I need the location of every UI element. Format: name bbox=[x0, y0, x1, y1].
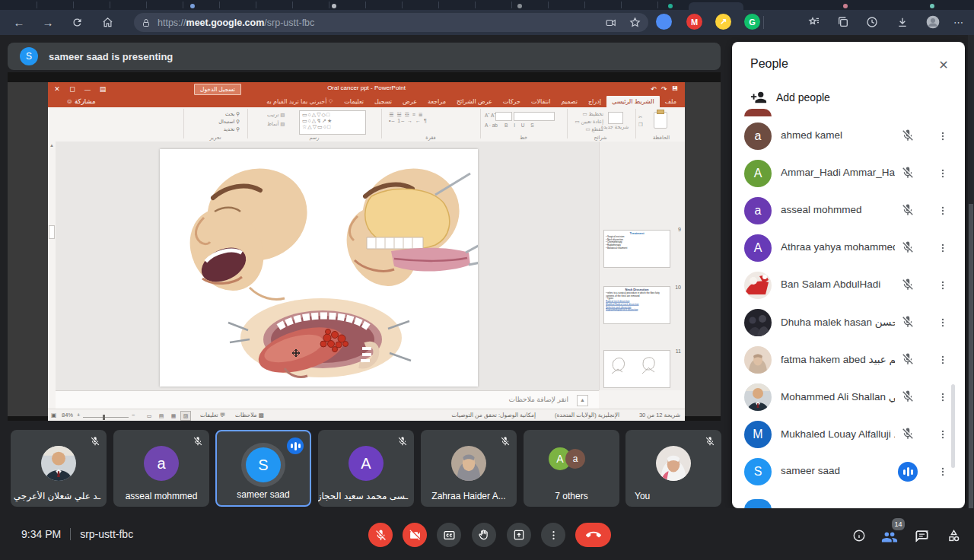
collections-icon[interactable] bbox=[836, 14, 851, 30]
more-options-button[interactable] bbox=[541, 523, 565, 547]
meeting-details-icon[interactable] bbox=[852, 529, 866, 546]
tab-camera-indicator-icon[interactable] bbox=[605, 18, 617, 28]
new-slide-icon[interactable] bbox=[608, 112, 623, 124]
editing-item[interactable]: ⚲ استبدال bbox=[197, 119, 240, 125]
ppt-tab-item[interactable]: انتقالات bbox=[526, 96, 555, 107]
notes-collapse-icon[interactable]: ▲ bbox=[577, 395, 588, 406]
participant-row[interactable]: Dhuha malek hasan ـلك حسن... bbox=[732, 304, 965, 342]
ppt-tab-item[interactable]: تصميم bbox=[555, 96, 583, 107]
ppt-tab-item[interactable]: مراجعة bbox=[422, 96, 451, 107]
participant-menu-icon[interactable] bbox=[934, 426, 951, 443]
current-slide[interactable] bbox=[160, 149, 478, 387]
downloads-icon[interactable] bbox=[895, 14, 910, 30]
extension-icon[interactable]: G bbox=[744, 14, 760, 30]
editing-item[interactable]: ⚲ بحث bbox=[197, 111, 240, 117]
extension-icon[interactable]: M bbox=[686, 14, 702, 30]
ppt-tab-item[interactable]: ملف bbox=[660, 96, 682, 107]
ppt-tab-item[interactable]: إدراج bbox=[583, 96, 606, 107]
slide-thumbnail[interactable]: Treatment• Surgical excision• Neck disse… bbox=[603, 230, 670, 268]
slides-item[interactable]: مقطع ▭ bbox=[570, 126, 603, 132]
raise-hand-button[interactable] bbox=[472, 523, 496, 547]
profile-avatar[interactable] bbox=[925, 14, 941, 30]
participant-menu-icon[interactable] bbox=[934, 128, 951, 145]
comments-toggle[interactable]: 💬︎ تعليقات bbox=[200, 412, 225, 418]
home-icon[interactable] bbox=[97, 12, 117, 32]
participant-menu-icon[interactable] bbox=[934, 314, 951, 331]
ppt-tab-item[interactable]: تسجيل bbox=[369, 96, 397, 107]
video-tile[interactable]: a asseal mohmmed bbox=[113, 430, 209, 507]
slide-thumbnail[interactable] bbox=[603, 350, 670, 388]
ppt-tab-item[interactable]: تعليمات bbox=[339, 96, 369, 107]
chat-toggle-icon[interactable] bbox=[915, 529, 929, 546]
participant-menu-icon[interactable] bbox=[934, 240, 951, 256]
zoom-in-icon[interactable]: + bbox=[77, 412, 80, 418]
proofing-language[interactable]: الإنجليزية (الولايات المتحدة) bbox=[555, 412, 619, 418]
editing-item[interactable]: ⚲ تحديد bbox=[197, 126, 240, 132]
video-tile[interactable]: Zahraa Haider A... bbox=[421, 430, 517, 507]
ppt-tellme[interactable]: 💡︎ أخبرني بما تريد القيام به bbox=[266, 98, 333, 106]
participant-row[interactable]: AAmmar_Hadi Ammar_Hadi bbox=[732, 155, 965, 192]
zoom-out-icon[interactable]: − bbox=[132, 412, 135, 418]
notes-toggle[interactable]: ▩ ملاحظات bbox=[235, 412, 264, 418]
ppt-share-button[interactable]: ☺︎ مشاركة bbox=[66, 97, 95, 105]
participant-row[interactable]: Ban Salam AbdulHadi bbox=[732, 267, 965, 304]
participant-menu-icon[interactable] bbox=[934, 277, 951, 294]
back-icon[interactable]: ← bbox=[9, 12, 29, 32]
camera-toggle-button[interactable] bbox=[403, 523, 427, 547]
mic-toggle-button[interactable] bbox=[368, 523, 393, 547]
scroll-thumb[interactable] bbox=[49, 225, 55, 239]
reload-icon[interactable] bbox=[67, 12, 87, 32]
view-reading-icon[interactable]: ▤ bbox=[156, 411, 167, 421]
browser-scrollbar-thumb[interactable] bbox=[969, 204, 973, 560]
notes-bar[interactable]: انقر لإضافة ملاحظات ▲ bbox=[56, 390, 599, 409]
end-call-button[interactable] bbox=[575, 523, 611, 547]
forward-icon[interactable]: → bbox=[38, 12, 58, 32]
active-tab[interactable] bbox=[689, 2, 743, 10]
view-normal-icon[interactable]: ▨ bbox=[180, 411, 191, 421]
ppt-tab-item[interactable]: حركات bbox=[498, 96, 526, 107]
video-tile[interactable]: ـد علي شعلان الأعرجي bbox=[11, 430, 107, 507]
ppt-undo-icon[interactable]: ↶ bbox=[651, 85, 657, 93]
ppt-save-icon[interactable]: 💾︎ bbox=[672, 85, 678, 92]
present-button[interactable] bbox=[507, 523, 531, 547]
video-tile[interactable]: A ـسى محمد سعيد الحجازي bbox=[318, 430, 414, 507]
font-name-box[interactable] bbox=[514, 112, 555, 121]
close-icon[interactable]: ✕ bbox=[934, 56, 953, 74]
captions-button[interactable] bbox=[437, 523, 461, 547]
slide-thumbnail[interactable]: Neck Dissection• refers to a surgical pr… bbox=[603, 286, 670, 324]
paste-icon[interactable] bbox=[654, 112, 667, 129]
participant-row[interactable]: MMukhaled Louay Alfalluji ـد... bbox=[732, 416, 965, 453]
zoom-slider[interactable] bbox=[83, 417, 129, 418]
address-bar[interactable]: https://meet.google.com/srp-ustt-fbc bbox=[134, 13, 648, 32]
participant-row[interactable]: Mohammed Ali Shallan ـجي... bbox=[732, 379, 965, 416]
scroll-up-icon[interactable]: ▲ bbox=[49, 143, 55, 149]
accessibility-status[interactable]: إمكانية الوصول: تحقق من التوصيات bbox=[452, 412, 536, 418]
participant-menu-icon[interactable] bbox=[934, 352, 951, 368]
participant-row[interactable]: AAthraa yahya mohammed... bbox=[732, 230, 965, 267]
participant-row[interactable]: aahmed kamel bbox=[732, 118, 965, 155]
browser-scrollbar[interactable] bbox=[968, 35, 974, 560]
extension-icon[interactable] bbox=[656, 14, 672, 30]
collections-star-icon[interactable] bbox=[807, 14, 822, 30]
view-slideshow-icon[interactable]: ▭ bbox=[144, 411, 154, 421]
browser-tab-strip[interactable] bbox=[0, 0, 974, 10]
participant-menu-icon[interactable] bbox=[934, 389, 951, 406]
fit-slide-icon[interactable]: ▣ bbox=[51, 412, 56, 418]
participant-row[interactable]: aasseal mohmmed bbox=[732, 192, 965, 230]
participant-row[interactable]: Ssameer saad bbox=[732, 453, 965, 491]
participant-row[interactable]: fatma hakem abed ـكم عبيد... bbox=[732, 342, 965, 379]
slides-item[interactable]: إعادة تعيين ▭ bbox=[570, 119, 603, 125]
extension-icon[interactable]: ↗ bbox=[715, 14, 731, 30]
ppt-tab-item[interactable]: عرض bbox=[397, 96, 422, 107]
panel-scrollbar-thumb[interactable] bbox=[951, 384, 955, 468]
ppt-tab-item[interactable]: عرض الشرائح bbox=[451, 96, 498, 107]
history-icon[interactable] bbox=[864, 14, 880, 30]
ppt-redo-icon[interactable]: ↷ bbox=[661, 85, 667, 93]
video-tile[interactable]: S sameer saad bbox=[215, 430, 311, 507]
browser-menu-icon[interactable]: ⋯ bbox=[951, 14, 966, 30]
video-tile[interactable]: A a 7 others bbox=[524, 430, 619, 507]
font-size-box[interactable] bbox=[495, 112, 512, 121]
activities-icon[interactable] bbox=[947, 529, 961, 546]
view-sorter-icon[interactable]: ▦ bbox=[168, 411, 179, 421]
video-tile[interactable]: You bbox=[625, 430, 721, 507]
